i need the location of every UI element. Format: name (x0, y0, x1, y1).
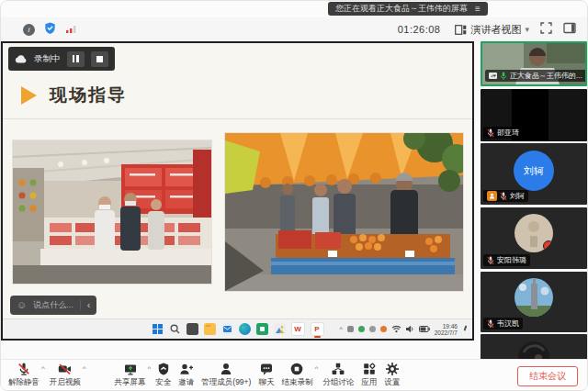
mic-muted-icon (487, 128, 494, 138)
start-video-button[interactable]: 开启视频 (50, 362, 81, 388)
watching-banner[interactable]: 您正在观看正大食品～王伟伟的屏幕 ≡ (328, 2, 488, 16)
edge-browser-icon[interactable] (239, 323, 251, 335)
toolbar-label: 聊天 (258, 377, 274, 388)
stop-icon (96, 56, 103, 62)
participant-avatar (514, 278, 553, 317)
chat-icon (259, 362, 274, 376)
wifi-icon[interactable] (391, 325, 401, 333)
tray-icon-2[interactable] (358, 326, 365, 332)
participant-name: 正大食品～王伟伟的... (510, 71, 582, 81)
search-icon[interactable] (169, 323, 181, 335)
watching-banner-text: 您正在观看正大食品～王伟伟的屏幕 (335, 3, 468, 15)
title-triangle-icon (21, 86, 37, 105)
stop-recording-button[interactable] (91, 51, 108, 67)
participant-tile-6[interactable] (481, 334, 587, 361)
video-options-caret[interactable]: ^ (83, 364, 86, 373)
green-app-icon[interactable] (256, 323, 268, 335)
system-tray[interactable]: ^ 19:46 2022/7/7 (339, 319, 469, 339)
volume-icon[interactable] (406, 325, 414, 333)
mail-icon[interactable] (221, 323, 233, 335)
taskbar-app-icons: W P (152, 319, 324, 339)
battery-icon[interactable] (419, 326, 430, 332)
toolbar-label: 邀请 (178, 377, 194, 388)
end-meeting-button[interactable]: 结束会议 (517, 366, 578, 386)
participant-name: 韦汉凯 (497, 318, 519, 329)
participant-name: 安阳韩璐 (497, 255, 526, 265)
tray-icon-4[interactable] (380, 326, 387, 332)
participant-tile-5[interactable]: 韦汉凯 (481, 272, 587, 332)
participant-tile-2[interactable]: 邵亚琦 (481, 89, 587, 141)
pen-icon[interactable] (462, 325, 469, 333)
start-button[interactable] (152, 323, 164, 335)
mic-muted-icon (500, 192, 507, 201)
word-app-icon[interactable]: W (291, 322, 305, 336)
view-mode-label: 演讲者视图 (470, 23, 521, 37)
invite-icon (178, 362, 194, 376)
right-photo-fruit-stall (225, 133, 463, 291)
pause-recording-button[interactable] (67, 51, 85, 67)
participant-nametag: 邵亚琦 (483, 127, 523, 139)
security-icon (156, 362, 171, 376)
settings-button[interactable]: 设置 (384, 362, 400, 388)
unmute-button[interactable]: 解除静音 (8, 362, 40, 388)
stop-recording-toolbar-button[interactable]: 结束录制 (281, 362, 312, 388)
chat-input-pill[interactable]: ☺ 说点什么... ‹ (10, 296, 96, 315)
recording-status-label: 录制中 (34, 53, 61, 65)
task-view-icon[interactable] (187, 323, 198, 335)
invite-button[interactable]: 邀请 (178, 362, 194, 388)
emoji-icon[interactable]: ☺ (17, 300, 27, 310)
recording-bar: 录制中 (8, 47, 115, 71)
chat-collapse-icon[interactable]: ‹ (87, 300, 91, 310)
apps-button[interactable]: 应用 (361, 362, 377, 388)
chat-placeholder[interactable]: 说点什么... (33, 299, 74, 311)
host-badge-icon (487, 191, 497, 201)
toolbar-label: 设置 (384, 377, 400, 388)
view-mode-caret-icon: ▾ (525, 25, 529, 34)
meeting-info-icon[interactable]: i (23, 24, 35, 36)
header-bar: i 01:26:08 演讲者视图 ▾ (1, 17, 587, 41)
top-strip: 您正在观看正大食品～王伟伟的屏幕 ≡ (1, 1, 587, 17)
tray-icon-3[interactable] (369, 326, 376, 332)
security-button[interactable]: 安全 (155, 362, 171, 388)
security-shield-icon[interactable] (43, 21, 57, 39)
participant-avatar (514, 214, 553, 252)
settings-gear-icon (385, 362, 400, 376)
mic-muted-icon (487, 256, 494, 265)
tray-expand-icon[interactable]: ^ (339, 326, 342, 332)
participant-tile-speaker[interactable]: 正大食品～王伟伟的... (481, 41, 587, 86)
manage-members-button[interactable]: 管理成员(99+) (201, 362, 251, 388)
camera-off-icon (57, 362, 73, 376)
mic-options-caret[interactable]: ^ (41, 364, 45, 373)
fullscreen-icon[interactable] (540, 21, 552, 38)
participant-tile-3[interactable]: 刘轲 刘轲 (481, 143, 587, 205)
taskbar-time: 19:46 (443, 323, 458, 330)
photos-icon[interactable] (274, 323, 286, 335)
participants-sidebar: 正大食品～王伟伟的... 邵亚琦 刘轲 刘轲 (480, 41, 588, 361)
apps-icon (362, 362, 377, 376)
meeting-timer: 01:26:08 (398, 24, 441, 35)
toolbar-label: 管理成员(99+) (201, 377, 251, 388)
toolbar-label: 应用 (361, 377, 377, 388)
screen-share-badge-icon (489, 73, 497, 80)
side-panel-toggle-icon[interactable] (563, 21, 576, 38)
header-left-icons: i (23, 21, 78, 39)
mic-on-icon (500, 72, 507, 81)
breakout-rooms-button[interactable]: 分组讨论 (322, 362, 354, 388)
layout-grid-icon (455, 25, 467, 35)
members-icon (219, 362, 233, 376)
view-mode-switcher[interactable]: 演讲者视图 ▾ (455, 23, 529, 37)
powerpoint-app-icon[interactable]: P (311, 322, 324, 336)
share-screen-button[interactable]: 共享屏幕 (115, 362, 146, 388)
chat-divider (80, 300, 81, 310)
share-options-caret[interactable]: ^ (148, 364, 152, 373)
toolbar-label: 开启视频 (50, 377, 81, 388)
network-signal-icon[interactable] (65, 21, 78, 38)
banner-menu-icon[interactable]: ≡ (475, 4, 481, 14)
breakout-icon (331, 362, 345, 376)
file-explorer-icon[interactable] (204, 323, 216, 335)
taskbar-clock[interactable]: 19:46 2022/7/7 (435, 323, 458, 336)
record-options-caret[interactable]: ^ (314, 364, 318, 373)
chat-button[interactable]: 聊天 (258, 362, 274, 388)
tray-icon-1[interactable] (347, 326, 354, 332)
participant-tile-4[interactable]: 安阳韩璐 (481, 207, 587, 269)
